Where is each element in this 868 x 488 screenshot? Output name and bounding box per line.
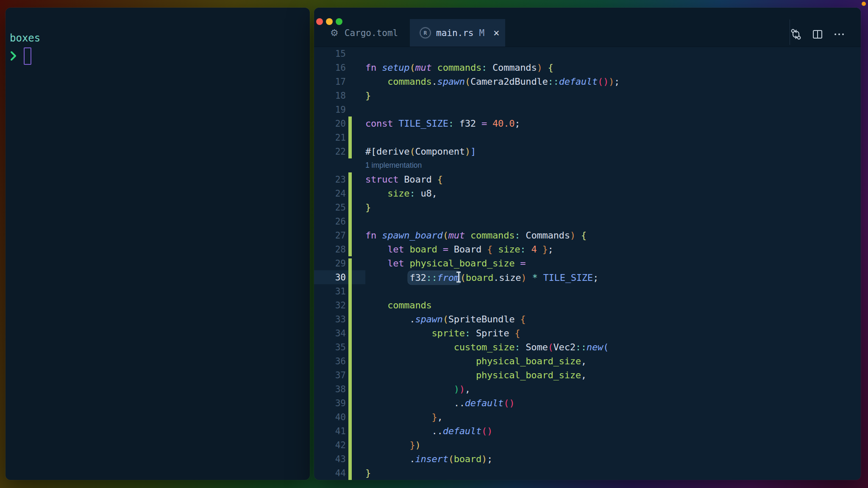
inlay-hint-row[interactable]: 1 implementation	[314, 158, 861, 172]
code-text[interactable]: physical_board_size,	[365, 356, 587, 366]
gutter[interactable]: 36	[314, 354, 365, 368]
line-number[interactable]: 36	[314, 356, 346, 366]
code-line[interactable]: 24 size: u8,	[314, 186, 861, 200]
line-number[interactable]: 33	[314, 314, 346, 324]
gutter[interactable]: 19	[314, 103, 365, 116]
code-line[interactable]: 41 ..default()	[314, 424, 861, 438]
line-number[interactable]: 32	[314, 300, 346, 311]
gutter[interactable]: 15	[314, 47, 365, 61]
line-number[interactable]: 44	[314, 468, 346, 478]
line-number[interactable]: 43	[314, 454, 346, 464]
gutter[interactable]: 21	[314, 130, 365, 144]
code-line[interactable]: 34 sprite: Sprite {	[314, 326, 861, 340]
code-line[interactable]: 30 f32::from(board.size) * TILE_SIZE;	[314, 270, 861, 284]
code-line[interactable]: 17 commands.spawn(Camera2dBundle::defaul…	[314, 75, 861, 89]
gutter[interactable]: 41	[314, 424, 365, 438]
code-line[interactable]: 33 .spawn(SpriteBundle {	[314, 312, 861, 326]
line-number[interactable]: 22	[314, 147, 346, 157]
line-number[interactable]: 15	[314, 49, 346, 59]
gutter[interactable]: 16	[314, 61, 365, 75]
code-text[interactable]: fn setup(mut commands: Commands) {	[365, 62, 554, 73]
implementation-count-hint[interactable]: 1 implementation	[365, 161, 422, 170]
gutter[interactable]: 44	[314, 466, 365, 480]
code-line[interactable]: 42 })	[314, 438, 861, 452]
gutter[interactable]: 32	[314, 298, 365, 312]
gutter[interactable]: 17	[314, 75, 365, 89]
git-swap-icon[interactable]	[790, 28, 802, 41]
line-number[interactable]: 28	[314, 244, 346, 255]
close-tab-icon[interactable]: ✕	[493, 28, 500, 38]
gutter[interactable]: 18	[314, 89, 365, 103]
line-number[interactable]: 17	[314, 77, 346, 87]
code-line[interactable]: 39 ..default()	[314, 396, 861, 410]
split-pane-icon[interactable]	[811, 28, 824, 41]
line-number[interactable]: 18	[314, 91, 346, 101]
code-text[interactable]: sprite: Sprite {	[365, 328, 520, 338]
gutter[interactable]: 33	[314, 312, 365, 326]
code-text[interactable]: ..default()	[365, 398, 515, 408]
terminal-window[interactable]: boxes	[6, 8, 310, 480]
code-text[interactable]: size: u8,	[365, 188, 437, 199]
code-text[interactable]: })	[365, 440, 420, 450]
gutter[interactable]: 29	[314, 256, 365, 270]
line-number[interactable]: 41	[314, 426, 346, 436]
gutter[interactable]: 34	[314, 326, 365, 340]
code-line[interactable]: 20const TILE_SIZE: f32 = 40.0;	[314, 116, 861, 130]
terminal-body[interactable]: boxes	[6, 8, 310, 65]
code-text[interactable]: physical_board_size,	[365, 370, 587, 380]
gutter[interactable]: 27	[314, 228, 365, 242]
gutter[interactable]: 43	[314, 452, 365, 466]
code-text[interactable]: },	[365, 412, 443, 422]
code-line[interactable]: 28 let board = Board { size: 4 };	[314, 242, 861, 256]
gutter[interactable]: 37	[314, 368, 365, 382]
line-number[interactable]: 25	[314, 202, 346, 213]
gutter[interactable]: 40	[314, 410, 365, 424]
code-line[interactable]: 35 custom_size: Some(Vec2::new(	[314, 340, 861, 354]
gutter[interactable]: 30	[314, 270, 365, 284]
code-line[interactable]: 26	[314, 214, 861, 228]
code-line[interactable]: 19	[314, 103, 861, 116]
code-text[interactable]: }	[365, 90, 371, 101]
code-text[interactable]: ..default()	[365, 426, 492, 436]
line-number[interactable]: 31	[314, 286, 346, 297]
line-number[interactable]: 34	[314, 328, 346, 338]
code-line[interactable]: 32 commands	[314, 298, 861, 312]
code-text[interactable]: custom_size: Some(Vec2::new(	[365, 342, 609, 352]
code-line[interactable]: 43 .insert(board);	[314, 452, 861, 466]
code-line[interactable]: 21	[314, 130, 861, 144]
code-line[interactable]: 31	[314, 284, 861, 298]
code-text[interactable]: f32::from(board.size) * TILE_SIZE;	[365, 272, 598, 283]
line-number[interactable]: 40	[314, 412, 346, 422]
code-text[interactable]: let board = Board { size: 4 };	[365, 244, 554, 255]
code-line[interactable]: 38 )),	[314, 382, 861, 396]
code-text[interactable]: #[derive(Component)]	[365, 146, 476, 157]
gutter[interactable]: 26	[314, 214, 365, 228]
line-number[interactable]: 23	[314, 175, 346, 185]
code-line[interactable]: 25}	[314, 200, 861, 214]
gutter[interactable]: 22	[314, 144, 365, 158]
tab-main-rs[interactable]: R main.rs M ✕	[410, 19, 505, 47]
code-editor-area[interactable]: 1516fn setup(mut commands: Commands) {17…	[314, 47, 861, 480]
line-number[interactable]: 39	[314, 398, 346, 408]
code-line[interactable]: 36 physical_board_size,	[314, 354, 861, 368]
code-line[interactable]: 18}	[314, 89, 861, 103]
code-text[interactable]: .insert(board);	[365, 454, 492, 464]
code-text[interactable]: .spawn(SpriteBundle {	[365, 314, 526, 324]
hovered-token-highlight[interactable]: f32::from	[409, 272, 459, 283]
tab-cargo-toml[interactable]: ⚙ Cargo.toml	[321, 19, 410, 47]
line-number[interactable]: 30	[314, 272, 346, 283]
gutter[interactable]: 38	[314, 382, 365, 396]
code-line[interactable]: 40 },	[314, 410, 861, 424]
code-text[interactable]: let physical_board_size =	[365, 258, 526, 269]
line-number[interactable]: 16	[314, 63, 346, 73]
code-text[interactable]: }	[365, 202, 371, 213]
gutter[interactable]: 23	[314, 172, 365, 186]
gutter[interactable]: 31	[314, 284, 365, 298]
more-icon[interactable]	[833, 28, 846, 41]
code-text[interactable]: commands	[365, 300, 432, 311]
code-line[interactable]: 23struct Board {	[314, 172, 861, 186]
gutter[interactable]: 39	[314, 396, 365, 410]
gutter[interactable]: 35	[314, 340, 365, 354]
code-text[interactable]: }	[365, 468, 371, 478]
code-line[interactable]: 29 let physical_board_size =	[314, 256, 861, 270]
